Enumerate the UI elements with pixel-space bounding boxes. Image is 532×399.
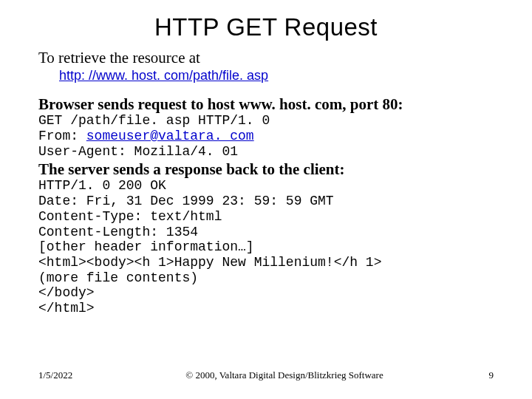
- request-user-agent: User-Agent: Mozilla/4. 01: [38, 144, 238, 159]
- request-block: GET /path/file. asp HTTP/1. 0 From: some…: [38, 113, 494, 159]
- request-heading: Browser sends request to host www. host.…: [38, 95, 494, 113]
- response-line-4: Content-Length: 1354: [38, 225, 198, 239]
- request-line-1: GET /path/file. asp HTTP/1. 0: [38, 113, 270, 128]
- response-line-6: <html><body><h 1>Happy New Millenium!</h…: [38, 255, 381, 270]
- slide-footer: 1/5/2022 © 2000, Valtara Digital Design/…: [38, 369, 494, 381]
- footer-copyright: © 2000, Valtara Digital Design/Blitzkrie…: [105, 369, 464, 381]
- response-block: HTTP/1. 0 200 OK Date: Fri, 31 Dec 1999 …: [38, 178, 494, 316]
- response-line-7: (more file contents): [38, 270, 198, 285]
- intro-text: To retrieve the resource at: [38, 49, 494, 66]
- footer-page-number: 9: [464, 369, 494, 381]
- response-line-8: </body>: [38, 285, 95, 300]
- request-from-email-link[interactable]: someuser@valtara. com: [86, 129, 254, 143]
- response-heading: The server sends a response back to the …: [38, 160, 494, 178]
- response-line-5: [other header information…]: [38, 239, 254, 254]
- response-line-1: HTTP/1. 0 200 OK: [38, 178, 166, 193]
- response-line-3: Content-Type: text/html: [38, 209, 222, 224]
- footer-date: 1/5/2022: [38, 369, 105, 381]
- resource-url-link[interactable]: http: //www. host. com/path/file. asp: [59, 68, 268, 83]
- response-line-2: Date: Fri, 31 Dec 1999 23: 59: 59 GMT: [38, 194, 334, 208]
- response-line-9: </html>: [38, 301, 95, 316]
- request-from-label: From:: [38, 129, 86, 143]
- slide-title: HTTP GET Request: [38, 13, 494, 41]
